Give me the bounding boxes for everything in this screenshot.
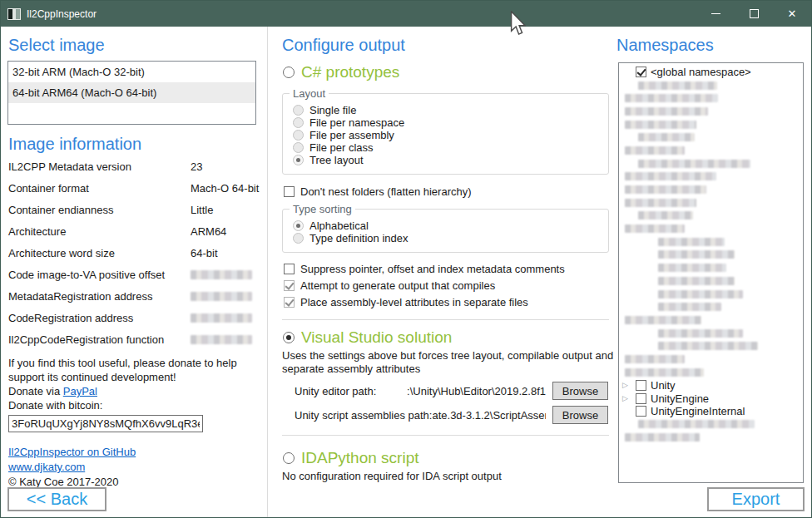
namespace-item[interactable] (619, 131, 803, 144)
checkbox-row[interactable]: Suppress pointer, offset and index metad… (284, 263, 611, 275)
namespace-item[interactable] (619, 300, 803, 313)
expander-icon[interactable]: ▷ (622, 395, 636, 402)
namespace-item[interactable] (619, 210, 803, 223)
namespace-item[interactable] (619, 91, 803, 105)
namespace-item[interactable] (619, 366, 803, 379)
namespace-item[interactable] (619, 313, 803, 327)
checkbox-icon[interactable] (284, 264, 295, 274)
titlebar[interactable]: Il2CppInspector ✕ (1, 1, 811, 27)
donate-sentence: If you find this tool useful, please don… (8, 357, 237, 383)
namespace-item[interactable] (619, 196, 803, 210)
radio-option[interactable]: Tree layout (293, 154, 608, 166)
checkbox-icon[interactable] (636, 67, 646, 77)
checkbox-icon[interactable] (284, 297, 295, 308)
export-button[interactable]: Export (707, 487, 805, 511)
checkbox-icon[interactable] (636, 393, 646, 404)
namespace-item[interactable]: ▷Unity (619, 379, 803, 392)
checkbox-icon[interactable] (284, 280, 295, 291)
idapython-radio[interactable] (283, 452, 295, 464)
expander-icon[interactable]: ▷ (622, 382, 636, 389)
namespace-item[interactable] (619, 235, 803, 249)
radio-icon[interactable] (293, 117, 304, 128)
namespace-item[interactable]: ▷UnityEngine (619, 392, 803, 405)
configure-output-heading: Configure output (282, 36, 611, 55)
checkbox-icon[interactable] (284, 186, 295, 197)
image-list-item[interactable]: 32-bit ARM (Mach-O 32-bit) (8, 62, 255, 82)
select-image-heading: Select image (8, 36, 267, 55)
namespace-item[interactable] (619, 183, 803, 196)
info-label: Code image-to-VA positive offset (8, 269, 191, 281)
namespace-item[interactable] (619, 261, 803, 274)
namespace-item[interactable] (619, 79, 803, 92)
namespace-item[interactable] (619, 118, 803, 131)
github-link[interactable]: Il2CppInspector on GitHub (8, 445, 136, 460)
unity-editor-path-row: Unity editor path: :\Unity\Hub\Editor\20… (295, 382, 608, 400)
radio-icon[interactable] (293, 155, 304, 165)
radio-option[interactable]: Single file (293, 104, 608, 116)
image-list-item[interactable]: 64-bit ARM64 (Mach-O 64-bit) (8, 82, 255, 103)
bitcoin-address-input[interactable] (8, 415, 203, 432)
minimize-button[interactable] (696, 1, 735, 27)
visual-studio-option[interactable]: Visual Studio solution (283, 328, 611, 347)
csharp-prototypes-option[interactable]: C# prototypes (283, 63, 611, 81)
info-label: CodeRegistration address (8, 312, 191, 324)
radio-icon[interactable] (293, 105, 304, 116)
namespace-item[interactable] (619, 144, 803, 157)
namespace-item[interactable] (619, 339, 803, 353)
redacted-namespace (625, 121, 696, 129)
namespace-item[interactable] (619, 157, 803, 170)
checkbox-label: Suppress pointer, offset and index metad… (300, 263, 565, 275)
checkbox-icon[interactable] (636, 406, 646, 417)
namespace-item[interactable] (619, 431, 803, 444)
info-value: Little (191, 204, 213, 216)
radio-option-label: Single file (309, 104, 356, 116)
namespace-item[interactable] (619, 105, 803, 118)
radio-icon[interactable] (293, 233, 304, 244)
namespace-item[interactable] (619, 288, 803, 301)
radio-icon[interactable] (293, 130, 304, 141)
type-sorting-group-label: Type sorting (290, 203, 355, 215)
image-list[interactable]: 32-bit ARM (Mach-O 32-bit)64-bit ARM64 (… (7, 61, 256, 125)
redacted-namespace (625, 94, 718, 102)
redacted-namespace (625, 433, 700, 442)
namespaces-list[interactable]: <global namespace>▷Unity▷UnityEngineUnit… (618, 62, 804, 483)
paypal-link[interactable]: PayPal (63, 385, 97, 397)
radio-option-label: Type definition index (309, 232, 408, 244)
namespaces-panel: Namespaces <global namespace>▷Unity▷Unit… (611, 27, 811, 517)
radio-icon[interactable] (293, 220, 304, 231)
checkbox-icon[interactable] (636, 380, 646, 391)
namespace-item[interactable] (619, 418, 803, 432)
checkbox-row[interactable]: Attempt to generate output that compiles (284, 279, 611, 292)
info-label: IL2CPP Metadata version (8, 160, 191, 173)
unity-editor-path-label: Unity editor path: (295, 385, 376, 397)
namespace-item[interactable] (619, 170, 803, 184)
namespace-item[interactable]: UnityEngineInternal (619, 405, 803, 418)
radio-option[interactable]: Type definition index (293, 232, 608, 244)
namespace-item[interactable] (619, 249, 803, 262)
csharp-prototypes-label: C# prototypes (301, 63, 399, 81)
radio-option[interactable]: File per assembly (293, 129, 608, 141)
namespace-item[interactable]: <global namespace> (619, 66, 803, 79)
back-button[interactable]: << Back (7, 487, 106, 511)
radio-option[interactable]: File per class (293, 141, 608, 154)
checkbox-row[interactable]: Place assembly-level attributes in separ… (284, 296, 611, 308)
browse-unity-editor-button[interactable]: Browse (552, 382, 608, 400)
namespace-item[interactable] (619, 353, 803, 366)
namespace-item[interactable] (619, 274, 803, 288)
idapython-option[interactable]: IDAPython script (283, 449, 611, 467)
namespace-item[interactable] (619, 327, 803, 340)
close-button[interactable]: ✕ (773, 1, 811, 27)
info-row: Container formatMach-O 64-bit (8, 177, 267, 199)
flatten-checkbox-row[interactable]: Don't nest folders (flatten hierarchy) (284, 185, 611, 198)
radio-icon[interactable] (293, 142, 304, 153)
namespace-item[interactable] (619, 222, 803, 235)
csharp-prototypes-radio[interactable] (283, 67, 295, 78)
website-link[interactable]: www.djkaty.com (8, 460, 85, 475)
radio-option[interactable]: Alphabetical (293, 220, 608, 232)
visual-studio-radio[interactable] (283, 332, 295, 343)
namespaces-heading: Namespaces (616, 36, 811, 55)
radio-option[interactable]: File per namespace (293, 116, 608, 129)
browse-unity-script-button[interactable]: Browse (552, 406, 608, 424)
maximize-button[interactable] (735, 1, 773, 27)
redacted-namespace (638, 133, 695, 141)
